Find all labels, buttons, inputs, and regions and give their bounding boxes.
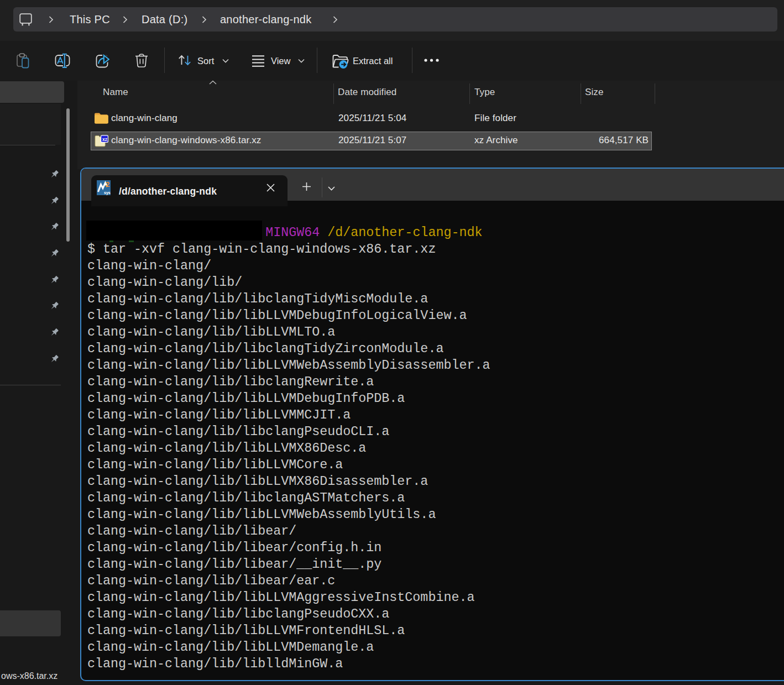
svg-text:xz: xz	[102, 137, 107, 142]
svg-text:sys: sys	[104, 191, 111, 195]
svg-text:2: 2	[106, 180, 109, 189]
